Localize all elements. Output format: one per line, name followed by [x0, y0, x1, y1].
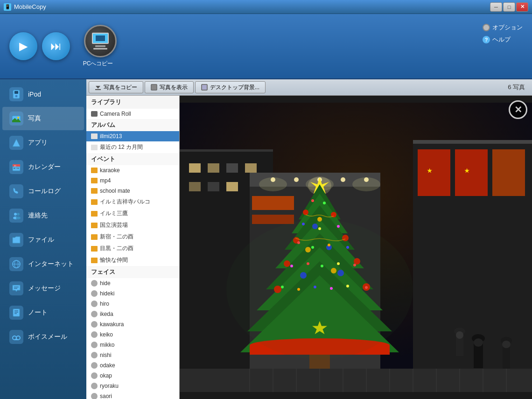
sidebar-item-photo[interactable]: 写真: [2, 107, 84, 130]
camera-roll-item[interactable]: Camera Roll: [86, 109, 179, 119]
event-ilumi-kichijoji[interactable]: イルミ吉祥寺パルコ: [86, 196, 179, 208]
svg-point-47: [294, 177, 299, 182]
camera-icon: [91, 111, 98, 117]
svg-rect-111: [180, 369, 532, 392]
svg-rect-40: [245, 163, 257, 173]
svg-rect-133: [252, 196, 294, 210]
sidebar-item-ipod[interactable]: iPod: [2, 83, 84, 106]
sidebar-item-app[interactable]: アプリ: [2, 131, 84, 154]
face-kawakura[interactable]: kawakura: [86, 319, 179, 329]
svg-rect-1: [14, 91, 18, 94]
face-keiko[interactable]: keiko: [86, 329, 179, 340]
app-icon: 📱: [4, 3, 11, 11]
options-menu-item[interactable]: オプション: [483, 23, 523, 32]
sidebar-item-calllog-label: コールログ: [28, 187, 61, 196]
sidebar-item-notes-label: ノート: [28, 308, 48, 317]
face-mikko[interactable]: mikko: [86, 340, 179, 350]
folder-icon-kokuritsu: [91, 223, 98, 228]
svg-rect-29: [95, 89, 101, 90]
event-kokuritsu[interactable]: 国立演芸場: [86, 219, 179, 231]
sidebar-item-calendar[interactable]: 30 M T W カレンダー: [2, 155, 84, 179]
folder-icon-kichijoji: [91, 199, 98, 205]
skip-button[interactable]: ⏭: [42, 32, 70, 60]
svg-point-13: [17, 213, 20, 216]
svg-point-2: [15, 95, 18, 98]
toolbar: ▶ ⏭ PCへコピー オプション ? ヘルプ: [0, 14, 532, 79]
face-odake[interactable]: odake: [86, 360, 179, 371]
play-button[interactable]: ▶: [9, 32, 37, 60]
event-header: イベント: [86, 153, 179, 165]
messages-icon: [12, 284, 21, 293]
face-icon-saori: [91, 393, 98, 399]
svg-point-15: [16, 217, 21, 219]
sidebar: iPod 写真 アプリ: [0, 79, 86, 399]
sidebar-item-messages[interactable]: メッセージ: [2, 277, 84, 300]
close-button[interactable]: ✕: [516, 2, 528, 12]
svg-rect-21: [13, 309, 20, 316]
svg-point-12: [14, 213, 17, 216]
event-school-mate[interactable]: school mate: [86, 186, 179, 196]
face-icon-ikeda: [91, 311, 98, 317]
svg-rect-43: [226, 182, 238, 191]
face-hideki[interactable]: hideki: [86, 288, 179, 299]
folder-icon-yukai: [91, 258, 98, 263]
photo-toolbar: 写真をコピー 写真を表示 デスクトップ背景... 6 写真: [86, 79, 532, 96]
event-shinjuku[interactable]: 新宿・二の酉: [86, 231, 179, 243]
svg-point-51: [259, 177, 287, 191]
sidebar-item-calendar-label: カレンダー: [28, 163, 61, 171]
face-hiro[interactable]: hiro: [86, 299, 179, 309]
svg-point-26: [16, 336, 20, 340]
sidebar-item-voicemail[interactable]: ボイスメール: [2, 325, 84, 349]
sidebar-item-internet[interactable]: インターネット: [2, 252, 84, 276]
folder-icon-schoolmate: [91, 188, 98, 194]
face-icon-odake: [91, 362, 98, 369]
main-content: iPod 写真 アプリ: [0, 79, 532, 399]
wallpaper-button[interactable]: デスクトップ背景...: [195, 81, 266, 93]
sidebar-item-notes[interactable]: ノート: [2, 301, 84, 324]
pc-copy-label: PCへコピー: [83, 60, 113, 68]
event-karaoke[interactable]: karaoke: [86, 165, 179, 175]
face-header: フェイス: [86, 266, 179, 278]
notes-icon: [12, 308, 21, 317]
album-header: アルバム: [86, 119, 179, 131]
svg-point-132: [502, 341, 511, 348]
sidebar-item-messages-label: メッセージ: [28, 284, 61, 293]
wallpaper-icon: [201, 84, 208, 91]
library-header: ライブラリ: [86, 96, 179, 109]
ipod-icon: [12, 90, 21, 99]
minimize-button[interactable]: ─: [490, 2, 502, 12]
face-saori[interactable]: saori: [86, 391, 179, 399]
sidebar-item-internet-label: インターネット: [28, 260, 74, 268]
face-ryoraku[interactable]: ryoraku: [86, 381, 179, 391]
face-hide[interactable]: hide: [86, 278, 179, 288]
svg-rect-134: [252, 215, 294, 224]
face-icon-hide: [91, 280, 98, 287]
album-illmi2013[interactable]: illmi2013: [86, 131, 179, 141]
pc-copy-button[interactable]: [84, 25, 117, 57]
file-tree[interactable]: ライブラリ Camera Roll アルバム illmi2013 最近の 12 …: [86, 96, 180, 399]
view-photos-button[interactable]: 写真を表示: [145, 81, 194, 93]
svg-rect-56: [413, 140, 532, 144]
face-ikeda[interactable]: ikeda: [86, 309, 179, 319]
help-menu-item[interactable]: ? ヘルプ: [483, 35, 511, 44]
close-preview-button[interactable]: ✕: [509, 100, 527, 119]
copy-photos-button[interactable]: 写真をコピー: [89, 81, 143, 93]
event-ilumi-mitaka[interactable]: イルミ三鷹: [86, 208, 179, 219]
sidebar-item-contacts[interactable]: 連絡先: [2, 204, 84, 227]
maximize-button[interactable]: □: [503, 2, 515, 12]
sidebar-item-voicemail-label: ボイスメール: [28, 333, 67, 341]
svg-rect-36: [180, 149, 273, 152]
event-meguro[interactable]: 目黒・二の酉: [86, 243, 179, 254]
sidebar-item-files[interactable]: ファイル: [2, 228, 84, 252]
app-title: MobileCopy: [14, 3, 489, 10]
sidebar-item-ipod-label: iPod: [28, 91, 41, 98]
christmas-scene: ★ ★: [180, 96, 532, 399]
event-mp4[interactable]: mp4: [86, 175, 179, 186]
face-nishi[interactable]: nishi: [86, 350, 179, 360]
face-okap[interactable]: okap: [86, 371, 179, 381]
event-yukai[interactable]: 愉快な仲間: [86, 254, 179, 266]
photo-preview: ✕: [180, 96, 532, 399]
album-recent[interactable]: 最近の 12 カ月間: [86, 141, 179, 153]
face-icon-hiro: [91, 301, 98, 307]
sidebar-item-calllog[interactable]: コールログ: [2, 180, 84, 203]
